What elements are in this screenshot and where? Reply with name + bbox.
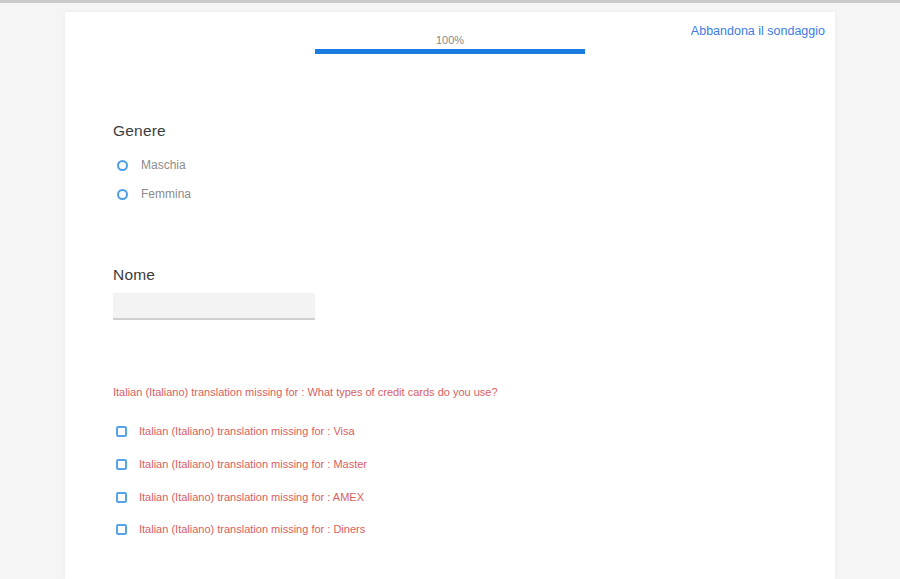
gender-question-label: Genere: [113, 122, 166, 140]
checkbox-option-label: Italian (Italiano) translation missing f…: [139, 458, 367, 470]
progress-fill: [315, 49, 585, 54]
checkbox-option-diners[interactable]: Italian (Italiano) translation missing f…: [116, 521, 365, 537]
checkbox-option-label: Italian (Italiano) translation missing f…: [139, 491, 364, 503]
progress-bar: [315, 49, 585, 54]
radio-option-label: Maschia: [141, 158, 186, 172]
checkbox-option-label: Italian (Italiano) translation missing f…: [139, 425, 355, 437]
checkbox-option-master[interactable]: Italian (Italiano) translation missing f…: [116, 456, 367, 472]
checkbox[interactable]: [116, 492, 127, 503]
checkbox[interactable]: [116, 459, 127, 470]
checkbox[interactable]: [116, 426, 127, 437]
radio-button[interactable]: [117, 189, 128, 200]
checkbox[interactable]: [116, 524, 127, 535]
name-question-label: Nome: [113, 266, 155, 284]
survey-card: Abbandona il sondaggio 100% Genere Masch…: [65, 12, 835, 579]
credit-cards-question-label: Italian (Italiano) translation missing f…: [113, 386, 498, 398]
checkbox-option-amex[interactable]: Italian (Italiano) translation missing f…: [116, 489, 364, 505]
radio-button[interactable]: [117, 160, 128, 171]
checkbox-option-visa[interactable]: Italian (Italiano) translation missing f…: [116, 423, 355, 439]
top-border-strip: [0, 0, 900, 3]
checkbox-option-label: Italian (Italiano) translation missing f…: [139, 523, 365, 535]
radio-option-femmina[interactable]: Femmina: [117, 186, 191, 202]
radio-option-maschia[interactable]: Maschia: [117, 157, 186, 173]
progress-percent-label: 100%: [65, 34, 835, 46]
radio-option-label: Femmina: [141, 187, 191, 201]
name-input[interactable]: [113, 293, 315, 320]
